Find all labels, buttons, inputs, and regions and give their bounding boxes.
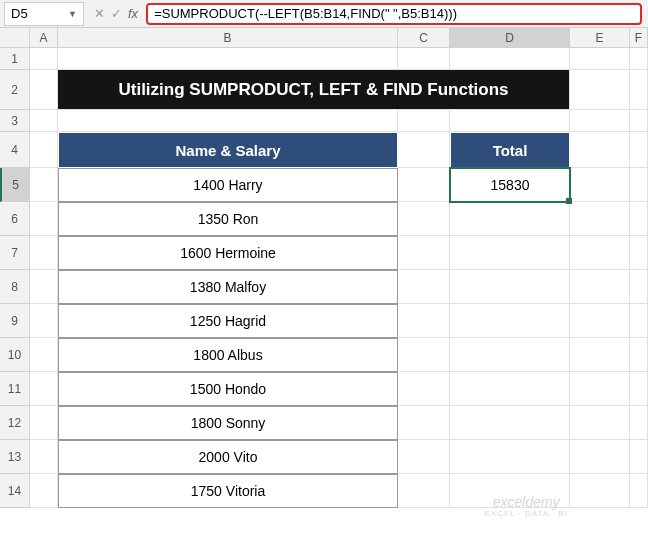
row-header-1[interactable]: 1	[0, 48, 30, 70]
fx-icon[interactable]: fx	[128, 6, 138, 21]
cell-d9[interactable]	[450, 304, 570, 338]
row-header-4[interactable]: 4	[0, 132, 30, 168]
row-header-9[interactable]: 9	[0, 304, 30, 338]
cell-b5[interactable]: 1400 Harry	[58, 168, 398, 202]
cell-e11[interactable]	[570, 372, 630, 406]
cell-a11[interactable]	[30, 372, 58, 406]
cell-e14[interactable]	[570, 474, 630, 508]
name-box[interactable]: D5 ▼	[4, 2, 84, 26]
cell-f1[interactable]	[630, 48, 648, 70]
cell-b10[interactable]: 1800 Albus	[58, 338, 398, 372]
col-header-b[interactable]: B	[58, 28, 398, 48]
cell-c6[interactable]	[398, 202, 450, 236]
cell-a5[interactable]	[30, 168, 58, 202]
chevron-down-icon[interactable]: ▼	[68, 9, 77, 19]
row-header-14[interactable]: 14	[0, 474, 30, 508]
cell-c10[interactable]	[398, 338, 450, 372]
checkmark-icon[interactable]: ✓	[111, 6, 122, 21]
cell-a9[interactable]	[30, 304, 58, 338]
cell-f14[interactable]	[630, 474, 648, 508]
col-header-d[interactable]: D	[450, 28, 570, 48]
cell-a8[interactable]	[30, 270, 58, 304]
cell-f4[interactable]	[630, 132, 648, 168]
cell-c14[interactable]	[398, 474, 450, 508]
cell-d14[interactable]	[450, 474, 570, 508]
cell-b12[interactable]: 1800 Sonny	[58, 406, 398, 440]
cell-e6[interactable]	[570, 202, 630, 236]
cell-b1[interactable]	[58, 48, 398, 70]
row-header-3[interactable]: 3	[0, 110, 30, 132]
row-header-5[interactable]: 5	[0, 168, 30, 202]
cell-a10[interactable]	[30, 338, 58, 372]
row-header-8[interactable]: 8	[0, 270, 30, 304]
cell-c5[interactable]	[398, 168, 450, 202]
cell-e7[interactable]	[570, 236, 630, 270]
cell-c4[interactable]	[398, 132, 450, 168]
row-header-6[interactable]: 6	[0, 202, 30, 236]
cell-a13[interactable]	[30, 440, 58, 474]
col-header-e[interactable]: E	[570, 28, 630, 48]
cell-e3[interactable]	[570, 110, 630, 132]
row-header-13[interactable]: 13	[0, 440, 30, 474]
cell-b8[interactable]: 1380 Malfoy	[58, 270, 398, 304]
cell-b9[interactable]: 1250 Hagrid	[58, 304, 398, 338]
cell-c8[interactable]	[398, 270, 450, 304]
cell-d3[interactable]	[450, 110, 570, 132]
cell-a6[interactable]	[30, 202, 58, 236]
cell-f12[interactable]	[630, 406, 648, 440]
cell-a14[interactable]	[30, 474, 58, 508]
cell-b14[interactable]: 1750 Vitoria	[58, 474, 398, 508]
row-header-2[interactable]: 2	[0, 70, 30, 110]
cancel-icon[interactable]: ✕	[94, 6, 105, 21]
cell-b3[interactable]	[58, 110, 398, 132]
col-header-f[interactable]: F	[630, 28, 648, 48]
cell-f10[interactable]	[630, 338, 648, 372]
cell-c1[interactable]	[398, 48, 450, 70]
cell-b11[interactable]: 1500 Hondo	[58, 372, 398, 406]
cell-b13[interactable]: 2000 Vito	[58, 440, 398, 474]
fill-handle[interactable]	[566, 198, 572, 204]
cell-c13[interactable]	[398, 440, 450, 474]
cell-f5[interactable]	[630, 168, 648, 202]
cell-a12[interactable]	[30, 406, 58, 440]
cell-d7[interactable]	[450, 236, 570, 270]
cell-a3[interactable]	[30, 110, 58, 132]
cell-a4[interactable]	[30, 132, 58, 168]
cell-f7[interactable]	[630, 236, 648, 270]
col-header-c[interactable]: C	[398, 28, 450, 48]
cell-e1[interactable]	[570, 48, 630, 70]
cell-d1[interactable]	[450, 48, 570, 70]
formula-input[interactable]: =SUMPRODUCT(--LEFT(B5:B14,FIND(" ",B5:B1…	[146, 3, 642, 25]
cell-a7[interactable]	[30, 236, 58, 270]
cell-f3[interactable]	[630, 110, 648, 132]
cell-e8[interactable]	[570, 270, 630, 304]
cell-c9[interactable]	[398, 304, 450, 338]
col-header-a[interactable]: A	[30, 28, 58, 48]
cell-d6[interactable]	[450, 202, 570, 236]
cell-e9[interactable]	[570, 304, 630, 338]
cell-e13[interactable]	[570, 440, 630, 474]
cell-d5-selected[interactable]: 15830	[450, 168, 570, 202]
cell-e10[interactable]	[570, 338, 630, 372]
cell-e4[interactable]	[570, 132, 630, 168]
cell-f11[interactable]	[630, 372, 648, 406]
cell-c3[interactable]	[398, 110, 450, 132]
cell-f9[interactable]	[630, 304, 648, 338]
cell-c7[interactable]	[398, 236, 450, 270]
cell-f6[interactable]	[630, 202, 648, 236]
cell-e2[interactable]	[570, 70, 630, 110]
cell-c12[interactable]	[398, 406, 450, 440]
cell-f8[interactable]	[630, 270, 648, 304]
title-cell[interactable]: Utilizing SUMPRODUCT, LEFT & FIND Functi…	[58, 70, 570, 110]
row-header-10[interactable]: 10	[0, 338, 30, 372]
cell-f2[interactable]	[630, 70, 648, 110]
cell-e12[interactable]	[570, 406, 630, 440]
cell-a1[interactable]	[30, 48, 58, 70]
cell-f13[interactable]	[630, 440, 648, 474]
cell-d12[interactable]	[450, 406, 570, 440]
row-header-7[interactable]: 7	[0, 236, 30, 270]
header-name-salary[interactable]: Name & Salary	[58, 132, 398, 168]
header-total[interactable]: Total	[450, 132, 570, 168]
cell-d8[interactable]	[450, 270, 570, 304]
cell-d11[interactable]	[450, 372, 570, 406]
